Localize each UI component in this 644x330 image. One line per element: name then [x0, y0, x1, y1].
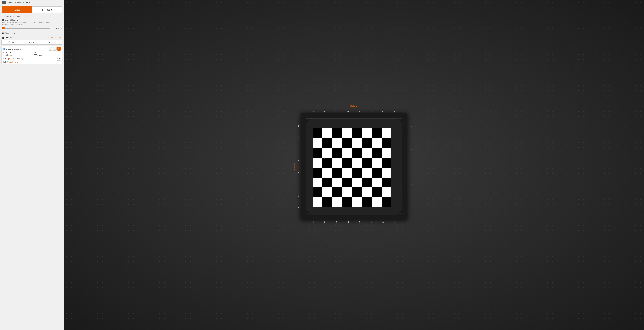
abc-label: ABC: [3, 58, 6, 60]
laser-position-dot: [324, 157, 325, 158]
duplicate-icon: 📋: [6, 61, 8, 63]
chess-row-7: [312, 187, 392, 197]
ruler-left-6: 6: [296, 178, 300, 190]
width-arrow-icon: ↔: [3, 54, 5, 56]
position-label: Position:: [4, 15, 12, 17]
designs-label: Designs: [5, 37, 13, 39]
ruler-right-3: 3: [408, 143, 412, 155]
svg-icon: 🔷: [3, 48, 5, 50]
ruler-left-7: 7: [296, 190, 300, 202]
ruler-top-D: D: [342, 110, 354, 113]
color-circle-orange[interactable]: [8, 58, 10, 60]
duplicate-link[interactable]: duplizieren: [9, 61, 18, 63]
design-color-row: ABC DBA mm % ≡▼: [3, 57, 61, 61]
height-icon: ⬛: [2, 19, 4, 21]
refresh-design-button[interactable]: ↺: [49, 47, 52, 51]
bereit-status: Bereit: [15, 2, 22, 4]
object-height-toggle[interactable]: ⬛ Objekt-Höhe ▼: [2, 19, 62, 21]
align-hole-br: [399, 212, 401, 214]
tab-datei[interactable]: 📄 📄 Datei Datei: [2, 40, 22, 44]
x-position-prop: ✦ 89.9 , 62.7: [3, 52, 31, 54]
ruler-top-G: G: [377, 110, 389, 113]
ruler-left-1: 1: [296, 120, 300, 132]
tab-form[interactable]: ♥ Form: [42, 40, 62, 44]
text-icon: A: [29, 41, 30, 43]
ruler-right-6: 6: [408, 178, 412, 190]
corner-tr: [397, 119, 402, 124]
grid-size-value: 1×1: [3, 61, 6, 63]
bereit-label: Bereit: [16, 2, 22, 4]
ruler-bottom-E: E: [354, 221, 366, 223]
object-height-section: ⬛ Objekt-Höhe ▼ Stelle die Höhe der Ober…: [0, 18, 64, 31]
ruler-left-2: 2: [296, 132, 300, 143]
rotation-value: 0.0 °: [35, 52, 38, 54]
ruler-bottom-F: F: [366, 221, 377, 223]
preview-toggle[interactable]: 📷 Vorschau ▼: [0, 31, 64, 35]
align-hole-bl: [307, 212, 309, 214]
move-icon: ✦: [3, 52, 4, 54]
ruler-bottom: A B C D E F G H: [308, 221, 400, 225]
ruler-top-F: F: [366, 110, 377, 113]
dba-label: DBA: [11, 58, 14, 60]
preview-dropdown-icon: ▼: [14, 32, 16, 34]
preview-label: Vorschau: [5, 32, 13, 34]
rotation-prop: ↻ 0.0 °: [32, 52, 61, 54]
position-value: 507, 390: [12, 15, 20, 17]
ruler-right-7: 7: [408, 190, 412, 202]
width-line-left: [311, 107, 354, 107]
chess-row-8: [312, 197, 392, 207]
chessboard-design[interactable]: [312, 128, 392, 207]
pause-button[interactable]: ⏸ Pause: [32, 7, 62, 13]
color-circle-light[interactable]: [21, 58, 23, 60]
rotate-icon: ↻: [32, 52, 34, 54]
cell-1-8: [382, 128, 392, 138]
designs-header: ▦ Designs ↺ Zurücksetzen: [0, 35, 64, 40]
width-prop: ↔ 269.2 mm: [3, 54, 31, 56]
laser-button[interactable]: ⬆ Laser: [2, 7, 32, 13]
chess-row-5: [312, 168, 392, 178]
laser-bed: 80.3mm 54.7mm A B C D E F G H 1 2 3 4 5 …: [300, 113, 408, 220]
layer-menu-button[interactable]: ≡▼: [57, 57, 61, 61]
ruler-top-C: C: [331, 110, 342, 113]
chess-row-2: [312, 138, 392, 148]
ruler-top-H: H: [389, 110, 400, 113]
corner-tl: [306, 119, 311, 124]
ruler-right: 1 2 3 4 5 6 7 8: [408, 120, 412, 213]
status-indicator: Status:: [8, 2, 13, 4]
height-dimension-label: 54.7mm: [293, 162, 296, 171]
height-value: 0: [52, 27, 57, 29]
position-icon: ✦: [2, 15, 4, 18]
add-design-button[interactable]: +: [53, 47, 56, 51]
design-item: 🔷 chess_gravur.svg ↺ + × ✦ 89.9 , 62.7 ↻…: [2, 46, 62, 64]
remove-design-button[interactable]: ×: [57, 47, 61, 51]
chess-row-3: [312, 148, 392, 158]
ruler-bottom-A: A: [308, 221, 319, 223]
left-panel: [S] Status: Bereit Online ⬆ Laser ⏸ Paus…: [0, 0, 64, 330]
status-label: Status:: [8, 2, 13, 4]
bereit-dot: [15, 2, 16, 3]
x-value: 89.9: [5, 52, 8, 54]
cell-1-7: [372, 128, 382, 138]
mm-label: mm: [17, 58, 20, 60]
top-bar: [S] Status: Bereit Online: [0, 0, 64, 5]
ruler-bottom-G: G: [377, 221, 389, 223]
cell-1-6: [362, 128, 372, 138]
camera-icon: 📷: [2, 32, 4, 34]
action-buttons: ⬆ Laser ⏸ Pause: [0, 5, 64, 14]
ruler-right-8: 8: [408, 202, 412, 213]
height-prop: ↕ 262.6 mm: [32, 54, 61, 56]
tab-text[interactable]: A Text: [22, 40, 42, 44]
ruler-top-E: E: [354, 110, 366, 113]
ruler-top-B: B: [319, 110, 331, 113]
grid-icon: ▦: [2, 37, 4, 39]
design-filename: 🔷 chess_gravur.svg: [3, 48, 21, 50]
percent-label: %: [24, 58, 26, 60]
height-slider[interactable]: [2, 27, 50, 29]
ruler-bottom-H: H: [389, 221, 400, 223]
right-panel: 80.3mm 54.7mm A B C D E F G H 1 2 3 4 5 …: [64, 0, 644, 330]
cell-1-3: [332, 128, 342, 138]
reset-button[interactable]: ↺ Zurücksetzen: [48, 37, 62, 39]
object-height-description: Stelle die Höhe der Oberfläche über dem …: [2, 22, 62, 26]
chess-row-4: [312, 158, 392, 168]
duplicate-row: 1×1 📋 duplizieren: [3, 61, 61, 63]
